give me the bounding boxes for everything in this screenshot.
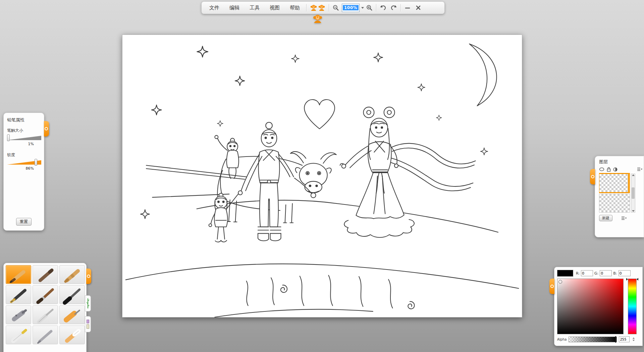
brush-size-handle[interactable] — [7, 134, 10, 141]
tool-charcoal[interactable] — [33, 265, 58, 284]
reset-button[interactable]: 重置 — [16, 218, 32, 226]
scroll-thumb[interactable] — [632, 187, 635, 199]
app-buddy-icon — [318, 4, 325, 11]
pencil-panel-grip[interactable] — [44, 121, 49, 136]
menu-edit[interactable]: 编辑 — [224, 3, 245, 13]
drawing-canvas[interactable] — [122, 35, 522, 317]
undo-button[interactable] — [378, 3, 388, 13]
pencil-panel-title: 铅笔属性 — [7, 117, 41, 123]
alpha-slider[interactable] — [569, 337, 617, 342]
lock-icon[interactable] — [607, 167, 611, 172]
menu-file[interactable]: 文件 — [204, 3, 224, 13]
layer-item-1[interactable] — [599, 174, 630, 192]
scroll-up-icon[interactable] — [632, 174, 635, 176]
tool-ink-brush[interactable] — [59, 285, 85, 304]
minimize-button[interactable] — [402, 3, 413, 13]
tool-palette-side-button-1[interactable] — [85, 295, 91, 311]
tool-quill[interactable] — [33, 326, 58, 344]
tool-palette-panel — [3, 263, 87, 352]
redo-button[interactable] — [388, 3, 399, 13]
color-panel-grip[interactable] — [549, 279, 554, 294]
current-color-swatch[interactable] — [557, 270, 573, 277]
tool-paint-brush[interactable] — [33, 285, 58, 304]
tool-paint-tube[interactable] — [6, 326, 31, 344]
paint-brush-icon — [35, 287, 56, 303]
toolbar-divider — [306, 4, 307, 11]
layer-item-2[interactable] — [599, 194, 630, 213]
app-buddy-icon — [310, 4, 317, 11]
pencil-icon — [8, 267, 29, 283]
spinner-up-icon[interactable] — [633, 338, 635, 339]
menu-help[interactable]: 帮助 — [285, 3, 305, 13]
tool-palette-knife[interactable] — [33, 305, 58, 324]
charcoal-icon — [35, 267, 56, 283]
tool-pastel[interactable] — [59, 326, 85, 344]
hue-marker-right-icon[interactable] — [637, 278, 638, 281]
tool-fountain-pen[interactable] — [6, 285, 31, 304]
layers-menu-icon[interactable] — [637, 167, 642, 171]
menu-view[interactable]: 视图 — [265, 3, 285, 13]
quill-icon — [35, 327, 56, 343]
magnifier-plus-icon — [366, 4, 373, 11]
layers-panel-title: 图层 — [599, 159, 642, 165]
sv-picker-indicator[interactable] — [558, 280, 562, 284]
blend-contrast-icon[interactable] — [613, 167, 618, 172]
alpha-handle[interactable] — [615, 336, 616, 343]
alpha-label: Alpha — [557, 338, 567, 341]
saturation-value-gradient[interactable] — [557, 279, 624, 334]
airbrush-icon — [8, 307, 29, 323]
zoom-dropdown-arrow-icon[interactable] — [361, 7, 364, 9]
blue-input[interactable] — [619, 270, 631, 276]
palette-knife-icon — [35, 307, 56, 323]
softness-handle[interactable] — [35, 159, 37, 166]
crayon-icon — [61, 267, 83, 283]
app-logo-badge-icon[interactable] — [313, 14, 323, 24]
visibility-icon[interactable] — [599, 167, 604, 171]
tool-palette-grip[interactable] — [86, 269, 91, 284]
new-layer-button[interactable]: 新建 — [599, 215, 612, 221]
close-icon — [415, 5, 421, 11]
ink-brush-icon — [61, 287, 83, 303]
scroll-down-icon[interactable] — [632, 210, 635, 212]
menu-tools[interactable]: 工具 — [245, 3, 265, 13]
layers-toolbar — [599, 167, 642, 172]
stamp-icon — [86, 319, 90, 329]
brush-size-value: 1% — [7, 142, 41, 146]
layer-options-icon[interactable] — [621, 216, 627, 220]
toolbar-divider — [400, 4, 401, 11]
layers-panel-grip[interactable] — [590, 169, 595, 184]
close-button[interactable] — [413, 3, 424, 13]
tool-crayon[interactable] — [59, 265, 85, 284]
softness-label: 软度 — [7, 152, 41, 158]
green-label: G: — [594, 271, 598, 276]
zoom-in-button[interactable] — [364, 3, 375, 13]
tool-pencil[interactable] — [6, 265, 31, 284]
alpha-spinner[interactable] — [632, 337, 635, 341]
zoom-out-button[interactable] — [330, 3, 341, 13]
hue-marker-left-icon[interactable] — [626, 278, 628, 281]
toolbar-divider — [329, 4, 329, 11]
blue-label: B: — [613, 271, 617, 276]
tool-airbrush[interactable] — [6, 305, 31, 324]
tool-palette-side-button-2[interactable] — [85, 316, 91, 332]
softness-slider[interactable] — [7, 159, 41, 165]
green-input[interactable] — [600, 270, 612, 276]
toolbar-grip[interactable] — [308, 4, 327, 11]
color-picker-panel: R: G: B: Alpha — [554, 267, 643, 346]
layer-list — [599, 174, 642, 213]
alpha-input[interactable] — [619, 336, 630, 342]
tool-paint-roller[interactable] — [59, 305, 85, 324]
undo-arrow-icon — [379, 4, 387, 11]
spinner-down-icon[interactable] — [633, 340, 635, 341]
brush-size-slider[interactable] — [7, 135, 41, 141]
red-input[interactable] — [581, 270, 593, 276]
layers-scrollbar[interactable] — [631, 174, 635, 213]
zoom-level-input[interactable]: 100% — [342, 4, 360, 12]
zoom-level-value: 100% — [343, 5, 359, 10]
canvas-artwork — [122, 35, 522, 317]
red-label: R: — [576, 271, 580, 276]
bamboo-icon — [86, 298, 90, 309]
softness-value: 86% — [7, 166, 41, 171]
hue-slider[interactable] — [628, 279, 637, 334]
brush-size-label: 笔触大小 — [7, 128, 41, 133]
